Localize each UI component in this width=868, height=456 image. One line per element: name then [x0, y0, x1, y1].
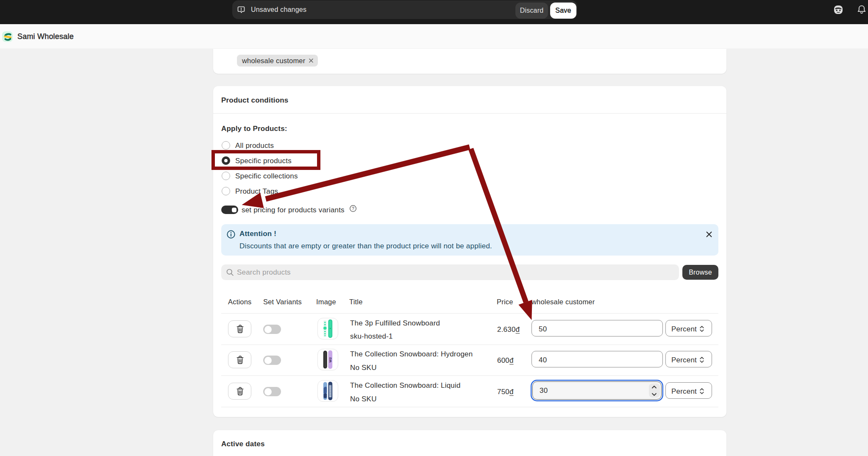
svg-text:?: ?: [352, 206, 354, 211]
svg-text:W2: W2: [328, 357, 332, 362]
